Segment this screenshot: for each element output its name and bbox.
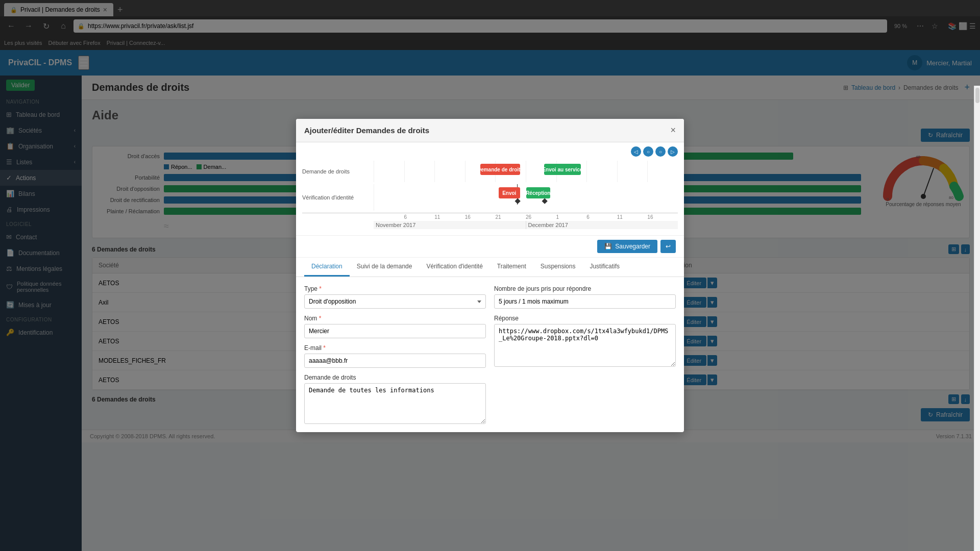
gantt-bar-demande: Demande de droits [480,164,520,175]
gantt-label-2: Vérification d'identité [302,192,374,203]
back-button[interactable]: ↩ [660,240,676,253]
gantt-row-2: Vérification d'identité Envoi Réception [302,184,678,211]
nb-jours-label: Nombre de jours pris pour répondre [494,285,676,292]
type-label: Type * [304,285,486,292]
modal-close-button[interactable]: × [670,125,676,136]
tab-traitement-label: Traitement [497,263,526,270]
tab-traitement[interactable]: Traitement [490,258,533,277]
axis-label-2: 11 [434,213,465,221]
save-icon: 💾 [604,243,612,250]
demande-label: Demande de droits [304,374,486,381]
tab-suspensions-label: Suspensions [541,263,576,270]
gantt-row-1: Demande de droits [302,161,678,182]
tab-justificatifs-label: Justificatifs [590,263,620,270]
modal-header: Ajouter/éditer Demandes de droits × [296,119,684,142]
tab-verification-label: Vérification d'identité [426,263,482,270]
nb-jours-input[interactable] [494,294,676,309]
nom-label: Nom * [304,315,486,322]
modal-tabs: Déclaration Suivi de la demande Vérifica… [296,258,684,277]
gantt-marker-2 [542,198,548,204]
type-select[interactable]: Droit d'opposition Droit d'accès Portabi… [304,294,486,309]
email-input[interactable] [304,354,486,368]
form-group-nom: Nom * [304,315,486,338]
gantt-marker-1 [514,198,520,204]
axis-label-8: 11 [617,213,648,221]
axis-label-4: 21 [495,213,526,221]
gantt-scroll-buttons: ◁ ○ ○ ▷ [631,146,678,157]
gantt-area: ◁ ○ ○ ▷ Demande de droits [296,142,684,236]
tab-suivi[interactable]: Suivi de la demande [350,258,420,277]
gantt-timeline-1: Demande de droits Envoi au service [374,161,678,182]
axis-label-5: 26 [526,213,556,221]
tab-justificatifs[interactable]: Justificatifs [582,258,627,277]
form-group-email: E-mail * [304,344,486,368]
type-required: * [319,285,322,292]
gantt-circle-2[interactable]: ○ [655,146,666,157]
modal-form: Type * Droit d'opposition Droit d'accès … [296,277,684,432]
tab-declaration-label: Déclaration [311,263,342,270]
gantt-label-1: Demande de droits [302,166,374,177]
modal-actions-row: 💾 Sauvegarder ↩ [296,236,684,258]
email-required: * [323,344,326,352]
axis-label-6: 1 [556,213,587,221]
gantt-circle-1[interactable]: ○ [643,146,653,157]
tab-verification[interactable]: Vérification d'identité [419,258,489,277]
tab-suspensions[interactable]: Suspensions [533,258,583,277]
gantt-bar-envoi2: Envoi [499,187,520,198]
form-group-nb-jours: Nombre de jours pris pour répondre [494,285,676,309]
reponse-textarea[interactable] [494,324,676,367]
axis-label-7: 6 [586,213,617,221]
axis-label-3: 16 [465,213,496,221]
email-label: E-mail * [304,344,486,352]
sauvegarder-button[interactable]: 💾 Sauvegarder [597,240,657,253]
form-group-reponse: Réponse [494,315,676,367]
axis-label-1: 6 [404,213,435,221]
gantt-bar-reception: Réception [526,187,551,198]
sauvegarder-label: Sauvegarder [615,243,650,250]
gantt-months: November 2017 December 2017 [302,221,678,229]
month-nov: November 2017 [374,221,526,229]
axis-label-9: 16 [647,213,678,221]
demande-textarea[interactable] [304,383,486,424]
modal-title: Ajouter/éditer Demandes de droits [304,126,429,135]
nom-required: * [319,315,322,322]
gantt-scroll-left[interactable]: ◁ [631,146,641,157]
form-group-demande: Demande de droits [304,374,486,424]
axis-label-0 [374,213,404,221]
nom-input[interactable] [304,324,486,338]
month-dec: December 2017 [526,221,678,229]
form-group-type: Type * Droit d'opposition Droit d'accès … [304,285,486,309]
tab-declaration[interactable]: Déclaration [304,258,350,277]
gantt-scroll-right[interactable]: ▷ [668,146,678,157]
modal-overlay: Ajouter/éditer Demandes de droits × ◁ ○ … [0,0,980,551]
gantt-timeline-2: Envoi Réception [374,184,678,211]
tab-suivi-label: Suivi de la demande [357,263,412,270]
reponse-label: Réponse [494,315,676,322]
gantt-axis: 6 11 16 21 26 1 6 11 16 [302,213,678,221]
modal: Ajouter/éditer Demandes de droits × ◁ ○ … [296,119,684,432]
gantt-bar-envoi: Envoi au service [544,164,580,175]
modal-body: ◁ ○ ○ ▷ Demande de droits [296,142,684,432]
